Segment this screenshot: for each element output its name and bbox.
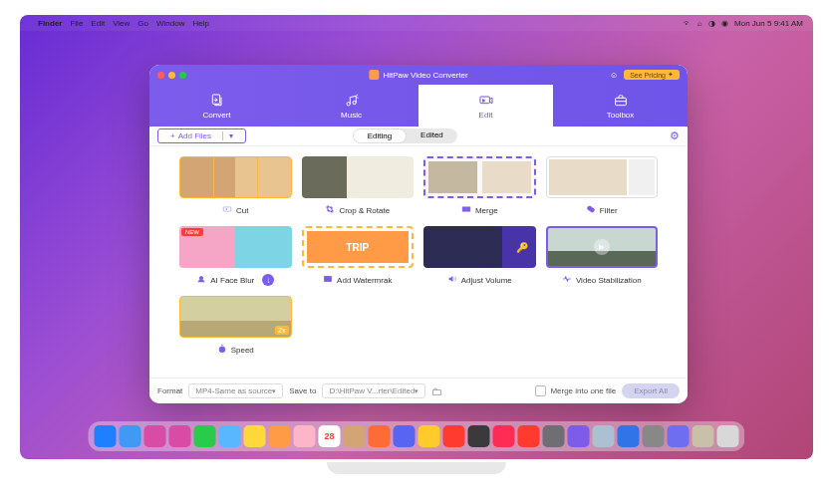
dock-app-8[interactable] — [294, 425, 316, 447]
tool-face[interactable]: NEW AI Face Blur ↓ — [179, 226, 292, 286]
add-files-button[interactable]: + Add Files — [157, 128, 246, 143]
tool-label: Video Stabilization — [576, 276, 642, 285]
tool-label: AI Face Blur — [210, 276, 254, 285]
tool-volume[interactable]: Adjust Volume — [423, 226, 536, 286]
dock-app-1[interactable] — [120, 425, 141, 447]
tool-cut[interactable]: Cut — [179, 156, 292, 216]
siri-icon[interactable]: ◉ — [721, 19, 728, 28]
speed-icon — [217, 344, 227, 356]
volume-icon — [447, 274, 457, 286]
tool-thumbnail — [179, 296, 292, 338]
tool-thumbnail — [423, 156, 536, 198]
dock-app-10[interactable] — [344, 425, 366, 447]
dock-app-4[interactable] — [194, 425, 216, 447]
pricing-button[interactable]: See Pricing ✦ — [624, 70, 680, 80]
window-title: HitPaw Video Converter — [383, 71, 467, 80]
wifi-icon[interactable]: ᯤ — [684, 19, 692, 28]
tool-label: Cut — [236, 206, 248, 215]
settings-icon[interactable]: ⚙ — [670, 129, 680, 142]
tool-filter[interactable]: Filter — [546, 156, 659, 216]
merge-checkbox[interactable]: Merge into one file — [535, 385, 616, 396]
close-button[interactable] — [157, 72, 164, 79]
bottom-bar: Format MP4-Same as source Save to D:\Hit… — [149, 378, 688, 403]
tool-watermark[interactable]: Add Watermrak — [302, 226, 415, 286]
tab-music[interactable]: Music — [284, 85, 418, 126]
tool-thumbnail: NEW — [179, 226, 292, 268]
menubar-app[interactable]: Finder — [38, 19, 62, 28]
dock-app-23[interactable] — [668, 425, 690, 447]
menubar-item[interactable]: Go — [138, 19, 148, 28]
dock-app-11[interactable] — [369, 425, 391, 447]
subtab-editing[interactable]: Editing — [353, 128, 407, 143]
menubar-item[interactable]: Window — [156, 19, 184, 28]
dock-app-20[interactable] — [593, 425, 615, 447]
tab-edit[interactable]: Edit — [418, 85, 553, 126]
dock-app-24[interactable] — [693, 425, 714, 447]
menubar-item[interactable]: Help — [192, 19, 208, 28]
tool-thumbnail — [423, 226, 536, 268]
dock-app-22[interactable] — [643, 425, 665, 447]
tool-label: Add Watermrak — [337, 276, 392, 285]
dock-app-19[interactable] — [568, 425, 590, 447]
cut-icon — [222, 204, 232, 216]
crop-icon — [325, 204, 335, 216]
dock-app-2[interactable] — [144, 425, 166, 447]
dock-app-15[interactable] — [468, 425, 490, 447]
filter-icon — [586, 204, 596, 216]
new-badge: NEW — [181, 228, 203, 236]
format-select[interactable]: MP4-Same as source — [188, 383, 283, 398]
stab-icon — [562, 274, 572, 286]
app-icon — [369, 70, 379, 80]
dock-app-16[interactable] — [493, 425, 515, 447]
download-icon[interactable]: ↓ — [262, 274, 274, 286]
tool-thumbnail — [302, 226, 415, 268]
saveto-label: Save to — [289, 386, 316, 395]
menubar-item[interactable]: Edit — [91, 19, 105, 28]
merge-icon — [461, 204, 471, 216]
tool-label: Filter — [600, 206, 618, 215]
tool-crop[interactable]: Crop & Rotate — [302, 156, 415, 216]
open-folder-icon[interactable]: 🗀 — [431, 385, 442, 397]
subtab-edited[interactable]: Edited — [407, 128, 457, 143]
tab-toolbox[interactable]: Toolbox — [553, 85, 688, 126]
tool-speed[interactable]: Speed — [179, 296, 292, 356]
dock-app-0[interactable] — [95, 425, 117, 447]
tool-thumbnail — [302, 156, 415, 198]
tool-thumbnail — [546, 156, 659, 198]
maximize-button[interactable] — [179, 72, 186, 79]
tool-stab[interactable]: Video Stabilization — [546, 226, 659, 286]
menubar-item[interactable]: File — [70, 19, 83, 28]
tool-label: Adjust Volume — [461, 276, 512, 285]
dock-app-14[interactable] — [443, 425, 465, 447]
tool-label: Merge — [475, 206, 498, 215]
dock-app-18[interactable] — [543, 425, 565, 447]
tool-thumbnail — [546, 226, 659, 268]
control-center-icon[interactable]: ◑ — [708, 19, 715, 28]
dock-app-21[interactable] — [618, 425, 640, 447]
dock-app-9[interactable]: 28 — [319, 425, 341, 447]
dock-app-5[interactable] — [219, 425, 241, 447]
svg-point-9 — [590, 208, 594, 212]
dock-app-6[interactable] — [244, 425, 266, 447]
search-icon[interactable]: ⌕ — [697, 19, 702, 28]
dock-app-13[interactable] — [418, 425, 440, 447]
dock: 28 — [89, 421, 745, 451]
tools-grid: Cut Crop & Rotate Merge Filter NEW — [149, 146, 688, 378]
menubar-datetime[interactable]: Mon Jun 5 9:41 AM — [734, 19, 803, 28]
tool-merge[interactable]: Merge — [423, 156, 536, 216]
minimize-button[interactable] — [168, 72, 175, 79]
sub-toolbar: + Add Files Editing Edited ⚙ — [149, 126, 688, 146]
dock-app-25[interactable] — [717, 425, 739, 447]
mac-menubar: Finder File Edit View Go Window Help ᯤ ⌕… — [20, 15, 813, 31]
tool-thumbnail — [179, 156, 292, 198]
dock-app-12[interactable] — [394, 425, 416, 447]
dock-app-17[interactable] — [518, 425, 540, 447]
dock-app-7[interactable] — [269, 425, 291, 447]
saveto-select[interactable]: D:\HitPaw V...rter\Edited — [322, 383, 425, 398]
dock-app-3[interactable] — [169, 425, 191, 447]
tool-label: Speed — [231, 346, 254, 355]
account-icon[interactable]: ☺ — [610, 71, 618, 80]
export-all-button[interactable]: Export All — [622, 383, 680, 398]
menubar-item[interactable]: View — [113, 19, 130, 28]
tab-convert[interactable]: Convert — [149, 85, 284, 126]
